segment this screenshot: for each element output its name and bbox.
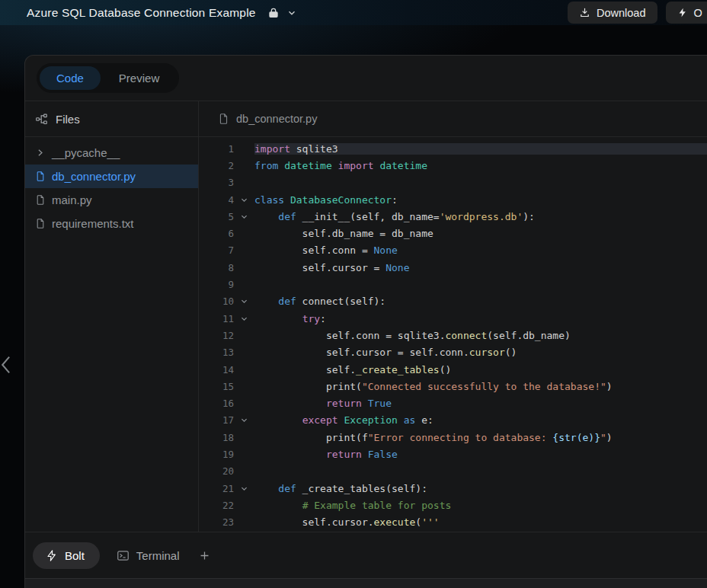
code-line-1: 1import sqlite3 <box>199 140 707 157</box>
code-text[interactable]: print(f"Error connecting to database: {s… <box>254 432 707 443</box>
lock-icon <box>267 7 280 19</box>
line-number: 7 <box>199 244 234 256</box>
code-text[interactable]: self.conn = sqlite3.connect(self.db_name… <box>254 330 707 341</box>
line-number: 11 <box>199 313 234 324</box>
code-line-22: 22 # Example table for posts <box>199 497 707 513</box>
code-line-14: 14 self._create_tables() <box>199 361 707 378</box>
title-bar: Azure SQL Database Connection Example Do… <box>0 0 707 25</box>
terminal-panel-edge[interactable] <box>25 578 707 588</box>
download-label: Download <box>597 7 646 19</box>
file-icon <box>34 171 46 182</box>
bolt-icon <box>677 7 688 18</box>
add-terminal-button[interactable] <box>194 545 216 567</box>
chevron-right-icon <box>34 148 46 158</box>
code-line-18: 18 print(f"Error connecting to database:… <box>199 429 707 446</box>
download-button[interactable]: Download <box>568 2 657 24</box>
code-text[interactable]: import sqlite3 <box>254 143 707 155</box>
tab-terminal[interactable]: Terminal <box>106 542 190 569</box>
file-label: db_connector.py <box>52 170 136 183</box>
open-in-bolt-button[interactable]: O <box>666 2 707 24</box>
line-number: 15 <box>199 381 234 392</box>
files-tree-icon <box>35 113 48 126</box>
line-number: 14 <box>199 364 234 375</box>
line-number: 3 <box>199 177 234 188</box>
line-number: 23 <box>199 516 234 528</box>
code-text[interactable]: try: <box>254 313 707 324</box>
file-label: __pycache__ <box>52 146 120 159</box>
line-number: 5 <box>199 211 234 222</box>
code-text[interactable]: from datetime import datetime <box>254 160 707 171</box>
line-number: 18 <box>199 432 234 443</box>
fold-chevron-icon[interactable] <box>234 297 254 305</box>
code-line-19: 19 return False <box>199 446 707 462</box>
code-line-8: 8 self.cursor = None <box>199 259 707 276</box>
files-header: Files <box>25 101 198 137</box>
editor-tab-bar[interactable]: db_connector.py <box>199 101 707 137</box>
terminal-icon <box>117 549 130 562</box>
code-line-7: 7 self.conn = None <box>199 242 707 259</box>
project-menu-button[interactable] <box>286 8 297 18</box>
code-line-5: 5 def __init__(self, db_name='wordpress.… <box>199 208 707 225</box>
fold-chevron-icon[interactable] <box>234 196 254 204</box>
code-line-23: 23 self.cursor.execute(''' <box>199 514 707 531</box>
file-row-__pycache__[interactable]: __pycache__ <box>25 141 198 165</box>
fold-chevron-icon[interactable] <box>234 484 254 493</box>
line-number: 10 <box>199 296 234 307</box>
file-icon <box>34 218 46 229</box>
terminal-label: Terminal <box>136 549 180 562</box>
code-line-21: 21 def _create_tables(self): <box>199 480 707 497</box>
workspace: Files __pycache__db_connector.pymain.pyr… <box>25 101 707 532</box>
code-line-3: 3 <box>199 174 707 191</box>
code-text[interactable]: return False <box>254 449 707 460</box>
code-editor[interactable]: 1import sqlite32from datetime import dat… <box>199 137 707 532</box>
line-number: 16 <box>199 398 234 409</box>
line-number: 2 <box>199 160 234 171</box>
line-number: 4 <box>199 194 234 206</box>
collapse-panel-button[interactable] <box>0 352 14 378</box>
files-sidebar: Files __pycache__db_connector.pymain.pyr… <box>25 101 199 532</box>
code-text[interactable]: self.cursor = None <box>254 262 707 273</box>
code-text[interactable]: self.db_name = db_name <box>254 228 707 239</box>
code-text[interactable]: except Exception as e: <box>254 414 707 426</box>
tab-code[interactable]: Code <box>40 66 101 90</box>
code-text[interactable]: self.cursor = self.conn.cursor() <box>254 347 707 358</box>
code-text[interactable]: self.cursor.execute(''' <box>254 516 707 528</box>
line-number: 1 <box>199 143 234 155</box>
file-row-requirements.txt[interactable]: requirements.txt <box>25 212 198 235</box>
line-number: 6 <box>199 228 234 239</box>
code-text[interactable]: def __init__(self, db_name='wordpress.db… <box>254 211 707 222</box>
file-icon <box>34 194 46 206</box>
code-line-10: 10 def connect(self): <box>199 293 707 310</box>
code-text[interactable]: self._create_tables() <box>254 364 707 375</box>
fold-chevron-icon[interactable] <box>234 315 254 323</box>
fold-chevron-icon[interactable] <box>234 213 254 221</box>
code-line-17: 17 except Exception as e: <box>199 412 707 429</box>
code-text[interactable]: def connect(self): <box>254 296 707 307</box>
workbench-panel: Code Preview Files __pycache__db_connect… <box>24 55 707 588</box>
line-number: 9 <box>199 279 234 290</box>
file-row-main.py[interactable]: main.py <box>25 188 198 212</box>
project-title: Azure SQL Database Connection Example <box>27 6 256 20</box>
tab-preview[interactable]: Preview <box>102 66 176 90</box>
file-list: __pycache__db_connector.pymain.pyrequire… <box>25 137 198 235</box>
tab-bolt[interactable]: Bolt <box>33 542 100 569</box>
open-label: O <box>694 7 702 19</box>
code-line-2: 2from datetime import datetime <box>199 157 707 174</box>
code-text[interactable]: self.conn = None <box>254 244 707 256</box>
code-text[interactable]: class DatabaseConnector: <box>254 194 707 206</box>
code-line-9: 9 <box>199 276 707 292</box>
open-file-name: db_connector.py <box>236 113 317 125</box>
file-row-db_connector.py[interactable]: db_connector.py <box>25 165 198 188</box>
line-number: 22 <box>199 500 234 511</box>
bottom-bar: Bolt Terminal <box>25 532 707 578</box>
fold-chevron-icon[interactable] <box>234 416 254 424</box>
code-text[interactable]: print("Connected successfully to the dat… <box>254 381 707 392</box>
code-line-15: 15 print("Connected successfully to the … <box>199 378 707 395</box>
view-toggle-row: Code Preview <box>25 56 707 101</box>
code-text[interactable]: def _create_tables(self): <box>254 483 707 494</box>
code-text[interactable]: # Example table for posts <box>254 500 707 511</box>
code-line-6: 6 self.db_name = db_name <box>199 225 707 241</box>
code-line-11: 11 try: <box>199 310 707 327</box>
code-text[interactable]: return True <box>254 398 707 409</box>
file-label: requirements.txt <box>52 217 134 230</box>
